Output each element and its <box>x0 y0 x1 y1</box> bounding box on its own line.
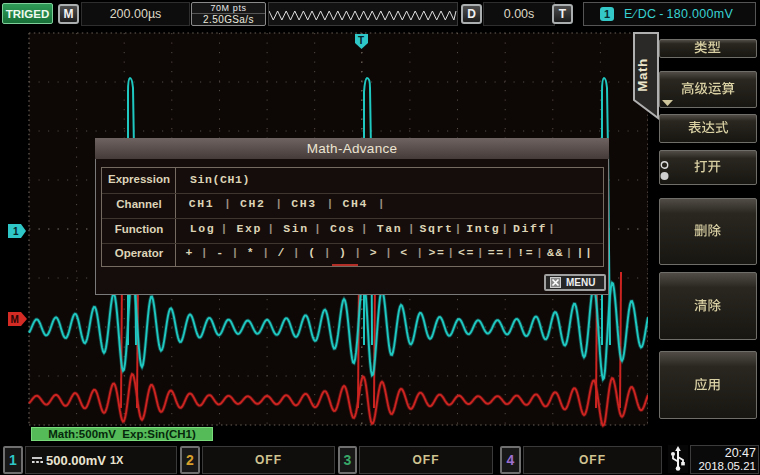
svg-text:1: 1 <box>13 226 19 237</box>
svg-text:Math: Math <box>635 58 650 92</box>
svg-text:T: T <box>358 35 364 46</box>
svg-text:M: M <box>11 314 19 325</box>
